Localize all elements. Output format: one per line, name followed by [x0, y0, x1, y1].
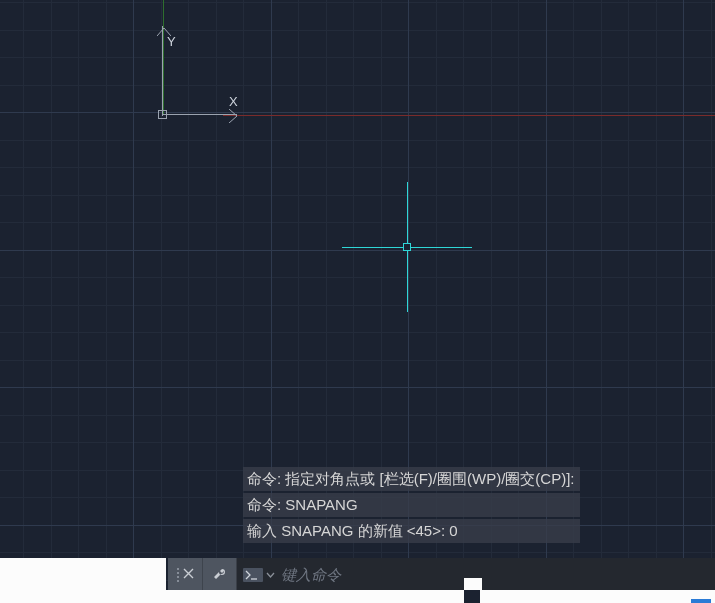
statusbar-gap: [464, 578, 482, 590]
ucs-y-axis-line: [163, 0, 164, 115]
history-line: 命令: 指定对角点或 [栏选(F)/圈围(WP)/圈交(CP)]:: [243, 467, 580, 491]
history-line: 输入 SNAPANG 的新值 <45>: 0: [243, 519, 580, 543]
history-line: 命令: SNAPANG: [243, 493, 580, 517]
ucs-x-axis-line: [223, 115, 715, 116]
ucs-x-label: X: [229, 94, 238, 109]
wrench-icon: [211, 566, 229, 584]
command-prompt-icon[interactable]: [243, 568, 263, 582]
ucs-icon: Y X: [155, 26, 245, 126]
svg-rect-0: [243, 568, 263, 582]
command-input[interactable]: [281, 558, 715, 591]
ucs-y-label: Y: [167, 34, 176, 49]
command-bar-drag-handle[interactable]: [168, 558, 202, 591]
statusbar-left-segment: [0, 558, 166, 590]
command-bar: [168, 558, 715, 591]
statusbar-bottom: [0, 590, 715, 603]
command-history: 命令: 指定对角点或 [栏选(F)/圈围(WP)/圈交(CP)]: 命令: SN…: [243, 467, 580, 543]
customize-button[interactable]: [202, 558, 236, 591]
cursor-crosshair: [342, 182, 472, 312]
statusbar-accent: [691, 599, 711, 603]
chevron-down-icon[interactable]: [266, 568, 275, 582]
close-icon[interactable]: [183, 568, 194, 581]
drawing-canvas[interactable]: Y X 命令: 指定对角点或 [栏选(F)/圈围(WP)/圈交(CP)]: 命令…: [0, 0, 715, 603]
